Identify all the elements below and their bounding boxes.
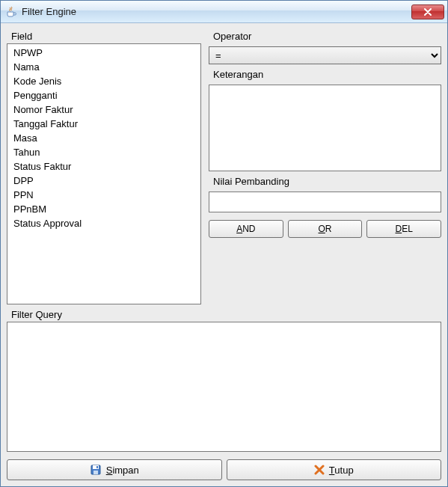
field-list-item[interactable]: Nama — [9, 60, 199, 74]
right-column: Operator = Keterangan Nilai Pembanding A… — [209, 29, 441, 304]
field-list-item[interactable]: Nomor Faktur — [9, 102, 199, 117]
java-cup-icon — [5, 6, 17, 18]
tutup-rest: utup — [334, 465, 353, 476]
field-label: Field — [7, 29, 201, 43]
close-icon — [423, 8, 432, 16]
del-button[interactable]: DEL — [366, 220, 441, 238]
field-list-item[interactable]: Status Approval — [9, 216, 199, 230]
del-rest: EL — [402, 224, 413, 234]
top-row: Field NPWPNamaKode JenisPenggantiNomor F… — [7, 29, 441, 304]
filter-query-textarea[interactable] — [7, 322, 441, 452]
close-button[interactable] — [411, 4, 444, 19]
field-section: Field NPWPNamaKode JenisPenggantiNomor F… — [7, 29, 201, 304]
floppy-disk-icon — [90, 464, 102, 476]
and-mnemonic: A — [236, 224, 242, 234]
operator-combobox[interactable]: = — [209, 46, 441, 64]
titlebar: Filter Engine — [1, 1, 447, 23]
simpan-rest: impan — [112, 465, 138, 476]
svg-rect-3 — [96, 466, 98, 468]
field-list-item[interactable]: Masa — [9, 131, 199, 145]
and-rest: ND — [242, 224, 255, 234]
field-list-item[interactable]: Tanggal Faktur — [9, 117, 199, 131]
tutup-button[interactable]: Tutup — [227, 459, 442, 480]
svg-rect-2 — [93, 471, 98, 474]
keterangan-label: Keterangan — [209, 67, 441, 82]
filter-engine-window: Filter Engine Field NPWPNamaKode JenisPe… — [0, 0, 448, 487]
field-list-item[interactable]: PPN — [9, 188, 199, 202]
field-list-item[interactable]: PPnBM — [9, 202, 199, 216]
field-listbox[interactable]: NPWPNamaKode JenisPenggantiNomor FakturT… — [7, 44, 200, 304]
client-area: Field NPWPNamaKode JenisPenggantiNomor F… — [1, 23, 447, 486]
nilai-pembanding-input[interactable] — [209, 192, 441, 212]
nilai-pembanding-label: Nilai Pembanding — [209, 174, 441, 189]
filter-query-label: Filter Query — [7, 307, 441, 322]
field-listbox-wrap: NPWPNamaKode JenisPenggantiNomor FakturT… — [7, 43, 201, 304]
or-rest: R — [325, 224, 332, 234]
keterangan-textarea[interactable] — [209, 85, 441, 171]
or-button[interactable]: OR — [288, 220, 363, 238]
field-list-item[interactable]: Kode Jenis — [9, 74, 199, 88]
simpan-button[interactable]: Simpan — [7, 459, 222, 480]
field-list-item[interactable]: DPP — [9, 174, 199, 188]
footer-button-row: Simpan Tutup — [7, 459, 441, 480]
field-list-item[interactable]: NPWP — [9, 46, 199, 60]
del-mnemonic: D — [396, 224, 402, 234]
field-list-item[interactable]: Status Faktur — [9, 159, 199, 174]
field-list-item[interactable]: Tahun — [9, 145, 199, 159]
logic-button-row: AND OR DEL — [209, 220, 441, 238]
and-button[interactable]: AND — [209, 220, 283, 238]
filter-query-section: Filter Query — [7, 307, 441, 452]
operator-label: Operator — [209, 29, 441, 43]
cross-icon — [314, 465, 325, 475]
window-title: Filter Engine — [22, 6, 407, 17]
field-list-item[interactable]: Pengganti — [9, 88, 199, 102]
or-mnemonic: O — [319, 224, 325, 234]
